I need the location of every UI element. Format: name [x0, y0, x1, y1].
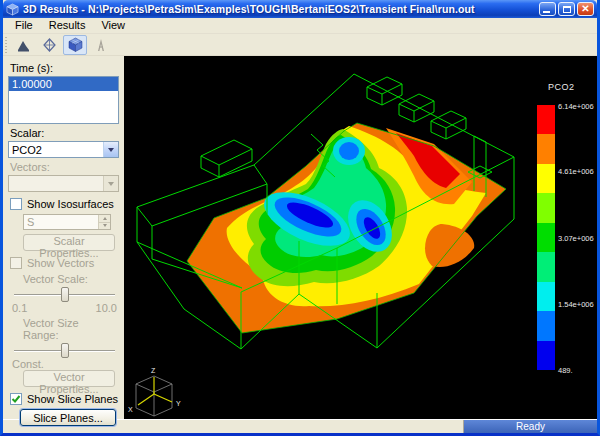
3d-results-button[interactable]	[63, 35, 87, 55]
axis-z-label: Z	[151, 367, 156, 374]
slice-plane	[187, 123, 506, 333]
time-label: Time (s):	[10, 62, 119, 74]
show-vectors-checkbox	[10, 257, 22, 269]
vector-scale-slider	[14, 287, 115, 302]
derrick-icon	[95, 38, 107, 52]
vectors-combo	[8, 175, 119, 192]
legend-segment	[537, 341, 555, 370]
wells-view-button[interactable]	[11, 35, 35, 55]
show-isosurfaces-label: Show Isosurfaces	[27, 198, 114, 210]
iso-view-button[interactable]	[37, 35, 61, 55]
minimize-button[interactable]	[539, 2, 556, 16]
chevron-down-icon[interactable]	[103, 142, 118, 157]
status-progress-area	[3, 420, 464, 433]
legend-label: 1.54e+006	[558, 300, 594, 309]
vectors-label: Vectors:	[10, 161, 119, 173]
menu-view[interactable]: View	[93, 18, 133, 33]
diamond-axes-icon	[42, 38, 57, 52]
chevron-down-icon	[103, 176, 118, 191]
legend-labels: 6.14e+006 4.61e+006 3.07e+006 1.54e+006 …	[558, 105, 597, 370]
menu-results[interactable]: Results	[41, 18, 94, 33]
scalar-combo-value: PCO2	[9, 144, 103, 156]
show-vectors-label: Show Vectors	[27, 257, 94, 269]
legend-label: 6.14e+006	[558, 102, 594, 111]
title-bar[interactable]: 3D Results - N:\Projects\PetraSim\Exampl…	[3, 0, 597, 18]
legend-segment	[537, 164, 555, 193]
viewport-canvas[interactable]: Z X Y	[124, 56, 597, 419]
check-icon	[11, 394, 21, 404]
time-list[interactable]: 1.00000	[8, 76, 119, 124]
spinner-down-icon	[99, 222, 110, 230]
close-icon: ✕	[581, 4, 589, 14]
axis-x-label: X	[128, 406, 133, 413]
legend-title: PCO2	[548, 82, 575, 92]
legend-segment	[537, 311, 555, 340]
maximize-button[interactable]	[558, 2, 575, 16]
legend-label: 3.07e+006	[558, 234, 594, 243]
vector-properties-button: Vector Properties...	[23, 370, 115, 387]
menu-file[interactable]: File	[7, 18, 41, 33]
vector-scale-slider-thumb	[61, 287, 69, 302]
maximize-icon	[563, 6, 571, 13]
vector-size-slider-thumb	[61, 343, 69, 358]
app-window: 3D Results - N:\Projects\PetraSim\Exampl…	[0, 0, 600, 436]
show-slice-planes-checkbox[interactable]	[10, 393, 22, 405]
scalar-properties-button: Scalar Properties...	[23, 234, 115, 251]
legend-label: 4.61e+006	[558, 167, 594, 176]
show-isosurfaces-checkbox[interactable]	[10, 198, 22, 210]
legend-segment	[537, 223, 555, 252]
derrick-button[interactable]	[89, 35, 113, 55]
legend-segment	[537, 134, 555, 163]
status-bar: Ready	[3, 419, 597, 433]
axis-y-label: Y	[176, 400, 181, 407]
legend-segment	[537, 282, 555, 311]
legend-label: 489.	[558, 366, 573, 375]
viewport-3d[interactable]: Z X Y PCO2 6.14e+006 4.61e+006 3.07e+006…	[124, 56, 597, 419]
time-list-item[interactable]: 1.00000	[9, 77, 118, 91]
status-ready: Ready	[464, 420, 597, 433]
toolbar-grip	[5, 37, 7, 53]
legend-segment	[537, 193, 555, 222]
close-button[interactable]: ✕	[577, 2, 594, 16]
control-panel: Time (s): 1.00000 Scalar: PCO2 Vectors: …	[3, 56, 124, 419]
vector-size-const-label: Const.	[12, 358, 44, 370]
legend-bar	[537, 105, 555, 370]
minimize-icon	[543, 11, 550, 13]
axis-triad: Z X Y	[128, 367, 181, 416]
vector-size-range-label: Vector Size Range:	[23, 317, 111, 341]
vector-scale-label: Vector Scale:	[23, 273, 111, 285]
menu-bar: File Results View	[3, 18, 597, 34]
legend-segment	[537, 252, 555, 281]
legend-segment	[537, 105, 555, 134]
toolbar	[3, 34, 597, 56]
scalar-label: Scalar:	[10, 127, 119, 139]
isosurface-scalar-value: S	[24, 215, 98, 229]
scalar-combo[interactable]: PCO2	[8, 141, 119, 158]
window-title: 3D Results - N:\Projects\PetraSim\Exampl…	[23, 3, 535, 15]
vector-scale-max: 10.0	[96, 302, 117, 314]
app-cube-icon	[6, 3, 19, 16]
wells-icon	[16, 38, 31, 52]
isosurface-scalar-spinner: S	[23, 214, 111, 230]
blue-cube-icon	[68, 37, 83, 52]
vector-scale-min: 0.1	[12, 302, 27, 314]
vector-size-slider	[14, 343, 115, 358]
show-slice-planes-label: Show Slice Planes	[27, 393, 118, 405]
